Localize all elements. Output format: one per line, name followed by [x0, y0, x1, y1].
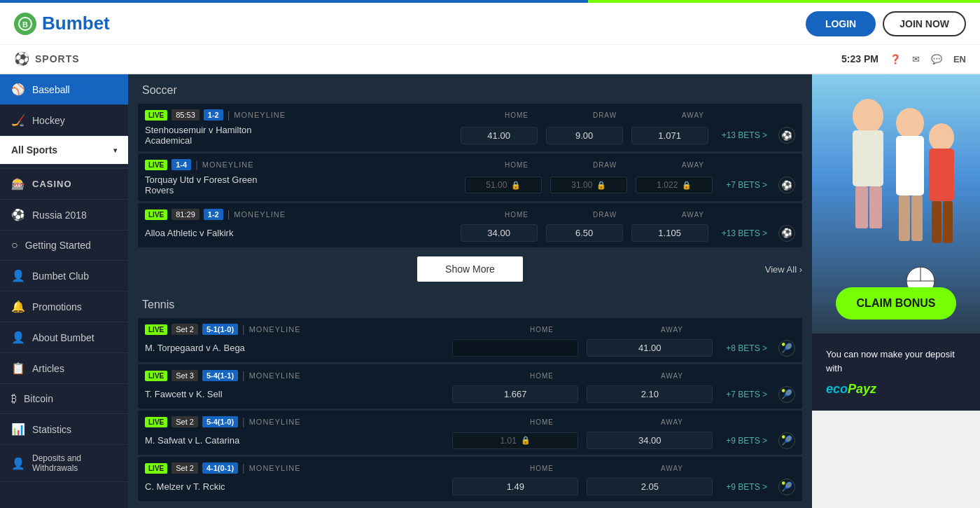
- casino-icon: 🎰: [11, 177, 25, 191]
- score-badge: 5-4(1-0): [202, 416, 238, 427]
- sidebar-item-baseball[interactable]: ⚾ Baseball: [0, 74, 128, 105]
- sidebar-label-deposits: Deposits and Withdrawals: [32, 453, 117, 473]
- sidebar-item-hockey[interactable]: 🏒 Hockey: [0, 105, 128, 136]
- chat-icon[interactable]: 💬: [931, 54, 942, 64]
- sports-bar-left: ⚽ SPORTS: [14, 51, 80, 67]
- table-row: LIVE 85:53 1-2 | MONEYLINE HOME DRAW AWA…: [138, 104, 802, 151]
- col-home-header-t: HOME: [479, 418, 605, 426]
- divider: |: [242, 416, 245, 427]
- match-teams-t3: M. Safwat v L. Catarina: [145, 435, 239, 446]
- more-bets-t3[interactable]: +9 BETS >: [719, 436, 774, 446]
- tennis-icon-t2: 🎾: [778, 386, 795, 403]
- sports-label: SPORTS: [35, 53, 80, 64]
- svg-rect-12: [929, 149, 954, 201]
- sidebar-item-russia2018[interactable]: ⚽ Russia 2018: [0, 200, 128, 231]
- odds-away-t1[interactable]: 41.00: [587, 339, 713, 357]
- odds-away-t2[interactable]: 2.10: [587, 385, 713, 403]
- svg-point-7: [896, 108, 924, 139]
- timer-badge: 85:53: [172, 109, 200, 121]
- odds-home-t3[interactable]: 1.01 🔒: [452, 432, 578, 449]
- sidebar-label-getting-started: Getting Started: [25, 240, 91, 251]
- logo: B Bumbet: [14, 13, 110, 35]
- soccer-icon-s2: ⚽: [778, 177, 795, 193]
- match-name-s1: Stenhousemuir v Hamilton Academical: [145, 125, 285, 146]
- col-away-header: AWAY: [651, 211, 735, 219]
- odds-away-t4[interactable]: 2.05: [587, 478, 713, 495]
- soccer-icon-s3: ⚽: [778, 225, 795, 242]
- table-row: LIVE Set 2 5-1(1-0) | MONEYLINE HOME AWA…: [138, 318, 802, 362]
- odds-home-s2[interactable]: 51.00 🔒: [465, 177, 542, 193]
- odds-home-t4[interactable]: 1.49: [452, 478, 578, 495]
- col-home-header-t: HOME: [479, 372, 605, 380]
- more-bets-t1[interactable]: +8 BETS >: [719, 343, 774, 353]
- odds-away-s2[interactable]: 1.022 🔒: [636, 177, 713, 193]
- odds-home-t1[interactable]: [452, 339, 578, 357]
- col-home-header: HOME: [475, 111, 559, 119]
- svg-point-11: [929, 123, 954, 151]
- right-sidebar: CLAIM BONUS You can now make your deposi…: [812, 74, 980, 508]
- odds-home-s3[interactable]: 34.00: [461, 224, 538, 242]
- match-body-s2: Torquay Utd v Forest Green Rovers 51.00 …: [145, 174, 795, 195]
- more-bets-t2[interactable]: +7 BETS >: [719, 390, 774, 399]
- table-row: LIVE 1-4 | MONEYLINE HOME DRAW AWAY Torq…: [138, 153, 802, 201]
- more-bets-s2[interactable]: +7 BETS >: [719, 180, 774, 190]
- sidebar-item-promotions[interactable]: 🔔 Promotions: [0, 291, 128, 322]
- match-header-s1: LIVE 85:53 1-2 | MONEYLINE HOME DRAW AWA…: [145, 109, 795, 121]
- sidebar-item-statistics[interactable]: 📊 Statistics: [0, 414, 128, 445]
- match-body-t4: C. Melzer v T. Rckic 1.49 2.05 +9 BETS >…: [145, 478, 795, 495]
- svg-text:B: B: [22, 20, 28, 29]
- match-body-t2: T. Fawcett v K. Sell 1.667 2.10 +7 BETS …: [145, 385, 795, 403]
- table-row: LIVE Set 2 5-4(1-0) | MONEYLINE HOME AWA…: [138, 411, 802, 455]
- score-badge: 4-1(0-1): [202, 462, 238, 474]
- score-badge: 5-1(1-0): [202, 324, 238, 335]
- more-bets-t4[interactable]: +9 BETS >: [719, 482, 774, 492]
- col-home-header-t: HOME: [479, 326, 605, 334]
- match-name-t2: T. Fawcett v K. Sell: [145, 389, 285, 399]
- odds-away-s1[interactable]: 1.071: [631, 127, 708, 144]
- language-selector[interactable]: EN: [953, 54, 966, 64]
- sidebar-label-about: About Bumbet: [32, 332, 94, 343]
- sidebar-item-articles[interactable]: 📋 Articles: [0, 353, 128, 384]
- sidebar-item-bitcoin[interactable]: ₿ Bitcoin: [0, 384, 128, 414]
- svg-rect-13: [932, 201, 941, 243]
- table-row: LIVE Set 3 5-4(1-1) | MONEYLINE HOME AWA…: [138, 364, 802, 409]
- logo-text: Bumbet: [42, 13, 110, 34]
- odds-away-t3[interactable]: 34.00: [587, 432, 713, 449]
- col-home-header: HOME: [475, 161, 559, 169]
- market-label: MONEYLINE: [249, 418, 301, 426]
- more-bets-s1[interactable]: +13 BETS >: [715, 130, 774, 140]
- odds-home-s1[interactable]: 41.00: [461, 127, 538, 144]
- login-button[interactable]: LOGIN: [806, 11, 876, 36]
- sidebar-item-casino[interactable]: 🎰 CASINO: [0, 167, 128, 200]
- svg-point-3: [853, 99, 883, 134]
- more-bets-s3[interactable]: +13 BETS >: [715, 228, 774, 238]
- sidebar-item-deposits[interactable]: 👤 Deposits and Withdrawals: [0, 445, 128, 482]
- deposits-icon: 👤: [11, 457, 25, 470]
- divider: |: [242, 370, 245, 381]
- sidebar-label-russia2018: Russia 2018: [32, 210, 87, 221]
- mail-icon[interactable]: ✉: [912, 54, 920, 64]
- match-teams-s1: Stenhousemuir v Hamilton Academical: [145, 125, 251, 146]
- show-more-button[interactable]: Show More: [417, 256, 523, 282]
- sidebar-item-bumbet-club[interactable]: 👤 Bumbet Club: [0, 261, 128, 291]
- sidebar-item-all-sports[interactable]: All Sports ▾: [0, 136, 128, 165]
- claim-bonus-button[interactable]: CLAIM BONUS: [836, 287, 957, 320]
- svg-rect-6: [869, 186, 882, 228]
- tennis-section-title: Tennis: [128, 289, 812, 318]
- sidebar-label-promotions: Promotions: [32, 301, 82, 313]
- help-icon[interactable]: ❓: [890, 54, 901, 64]
- score-badge: 1-2: [204, 209, 223, 220]
- sidebar-label-bumbet-club: Bumbet Club: [32, 270, 89, 282]
- odds-home-t2[interactable]: 1.667: [452, 385, 578, 403]
- join-button[interactable]: JOIN NOW: [883, 11, 966, 36]
- ecopayz-text: You can now make your deposit with: [826, 348, 966, 375]
- sidebar-item-about[interactable]: 👤 About Bumbet: [0, 322, 128, 353]
- col-away-header-t: AWAY: [609, 418, 735, 426]
- odds-away-s3[interactable]: 1.105: [631, 224, 708, 242]
- sidebar-label-bitcoin: Bitcoin: [24, 393, 53, 404]
- odds-draw-s2[interactable]: 31.00 🔒: [550, 177, 627, 193]
- sidebar-item-getting-started[interactable]: ○ Getting Started: [0, 231, 128, 261]
- odds-draw-s1[interactable]: 9.00: [546, 127, 623, 144]
- view-all-link[interactable]: View All ›: [765, 264, 802, 275]
- odds-draw-s3[interactable]: 6.50: [546, 224, 623, 242]
